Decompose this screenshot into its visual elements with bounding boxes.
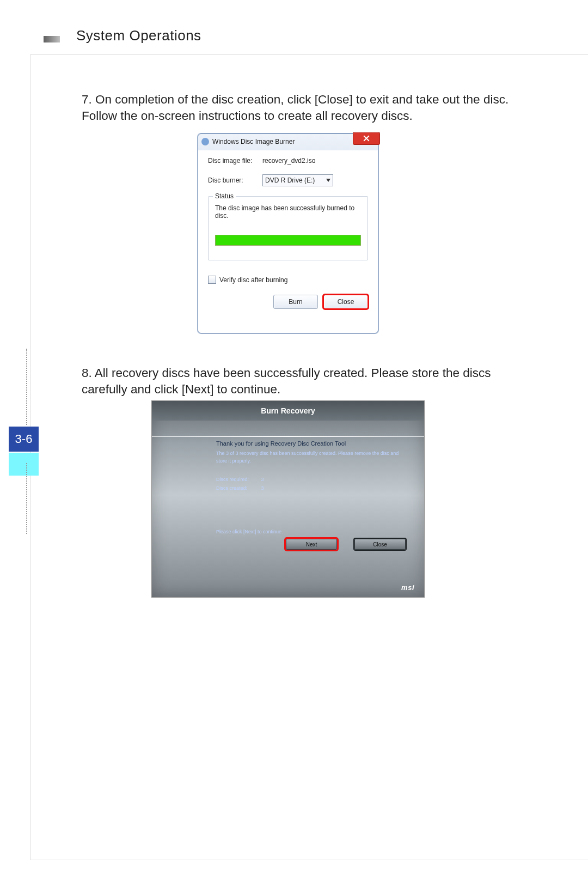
dialog-title: Windows Disc Image Burner [212,138,295,145]
step-8-text: 8. All recovery discs have been successf… [82,365,528,398]
burner-select[interactable]: DVD R Drive (E:) [262,174,333,186]
continue-hint: Please click [Next] to continue. [216,529,409,534]
summary-text: The 3 of 3 recovery disc has been succes… [216,450,409,465]
header-accent [44,36,60,42]
verify-label: Verify disc after burning [219,276,287,284]
page-number-badge: 3-6 [9,427,39,452]
app-icon [201,138,209,145]
close-button[interactable]: Close [323,295,368,309]
next-button[interactable]: Next [286,539,337,550]
close-button[interactable]: Close [354,539,406,550]
progress-bar [215,235,361,246]
divider [152,436,424,437]
burn-button[interactable]: Burn [273,295,318,309]
burner-label: Disc burner: [208,177,262,184]
status-text: The disc image has been successfully bur… [215,204,361,220]
burn-recovery-dialog: Burn Recovery Thank you for using Recove… [151,400,425,598]
step-7-text: 7. On completion of the disc creation, c… [82,92,528,125]
recovery-title: Burn Recovery [261,406,315,415]
recovery-titlebar: Burn Recovery [152,401,424,421]
burner-value: DVD R Drive (E:) [265,177,315,184]
side-accent [9,453,39,476]
discs-created-label: Discs created: [216,485,260,491]
file-value: recovery_dvd2.iso [262,157,368,165]
side-dots [26,463,27,534]
file-label: Disc image file: [208,157,262,165]
dialog-titlebar: Windows Disc Image Burner [198,134,378,149]
msi-logo: msi [401,583,414,592]
discs-required-value: 3 [261,477,264,482]
status-group: Status The disc image has been successfu… [208,196,368,260]
thank-you-text: Thank you for using Recovery Disc Creati… [216,440,409,447]
discs-created-value: 3 [261,485,264,491]
chevron-down-icon [326,179,330,182]
close-icon[interactable] [353,132,380,145]
discs-required-label: Discs required: [216,477,260,482]
status-legend: Status [213,192,236,200]
verify-checkbox[interactable] [208,276,216,284]
page-title: System Operations [76,27,201,44]
side-dots [26,349,27,425]
disc-burner-dialog: Windows Disc Image Burner Disc image fil… [198,133,378,333]
